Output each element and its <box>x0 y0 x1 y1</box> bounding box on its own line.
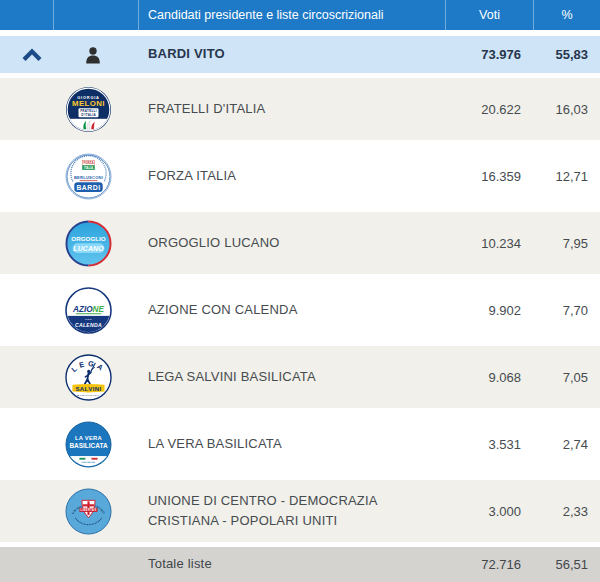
totals-votes: 72.716 <box>445 557 533 572</box>
chevron-up-icon[interactable] <box>21 48 43 62</box>
candidate-percent: 55,83 <box>533 47 600 62</box>
list-name: FORZA ITALIA <box>138 166 445 186</box>
list-votes: 10.234 <box>445 236 533 251</box>
candidate-votes: 73.976 <box>445 47 533 62</box>
list-percent: 2,74 <box>533 437 600 452</box>
ol-logo-text2: LUCANO <box>73 245 104 252</box>
list-row: UNIONE DI CENTRO LIBERTAS UNIONE DI CENT… <box>0 480 600 542</box>
list-percent: 2,33 <box>533 504 600 519</box>
lega-logo-salvini-text: SALVINI <box>75 385 101 391</box>
list-percent: 12,71 <box>533 169 600 184</box>
list-votes: 9.068 <box>445 370 533 385</box>
header-votes-label: Voti <box>445 0 533 30</box>
fi-logo-berlusconi-text: BERLUSCONI <box>74 175 103 180</box>
list-row: FORZA ITALIA BERLUSCONI BARDI FORZA ITAL… <box>0 145 600 207</box>
fratelli-ditalia-logo: GIORGIA MELONI FRATELLI D'ITALIA <box>65 86 112 133</box>
list-votes: 16.359 <box>445 169 533 184</box>
fi-logo-bardi-text: BARDI <box>76 183 100 190</box>
list-percent: 7,05 <box>533 370 600 385</box>
totals-label: Totale liste <box>138 554 445 574</box>
udc-logo-libertas-text: LIBERTAS <box>80 507 96 511</box>
list-percent: 16,03 <box>533 102 600 117</box>
header-percent-label: % <box>533 0 600 30</box>
list-row: AZIONE CON CALENDA AZIONE CON CALENDA 9.… <box>0 279 600 341</box>
la-vera-basilicata-logo: LA VERA BASILICATA <box>65 421 112 468</box>
unione-di-centro-logo: UNIONE DI CENTRO LIBERTAS <box>65 488 112 535</box>
ol-logo-text1: ORGOGLIO <box>71 235 106 242</box>
tricolor-bar-icon <box>79 457 97 459</box>
list-name: FRATELLI D'ITALIA <box>138 99 445 119</box>
lvb-logo-text2: BASILICATA <box>69 442 107 449</box>
totals-row: Totale liste 72.716 56,51 <box>0 547 600 582</box>
list-row: GIORGIA MELONI FRATELLI D'ITALIA FRATELL… <box>0 78 600 140</box>
list-row: LEGA SALVINI BASILICATA LEGA SALVINI BAS… <box>0 346 600 408</box>
fi-logo-flag-text2: ITALIA <box>84 165 94 169</box>
list-percent: 7,70 <box>533 303 600 318</box>
header-logo-column <box>53 0 138 30</box>
azione-logo-word1: AZIO <box>72 304 93 313</box>
fi-logo-flag-text1: FORZA <box>83 161 94 165</box>
list-percent: 7,95 <box>533 236 600 251</box>
totals-percent: 56,51 <box>533 557 600 572</box>
list-votes: 3.000 <box>445 504 533 519</box>
person-icon <box>83 45 103 65</box>
list-name: AZIONE CON CALENDA <box>138 300 445 320</box>
list-name: ORGOGLIO LUCANO <box>138 233 445 253</box>
svg-text:AZIONE: AZIONE <box>72 304 105 313</box>
table-header: Candidati presidente e liste circoscrizi… <box>0 0 600 30</box>
lvb-logo-text1: LA VERA <box>75 434 102 440</box>
fdi-logo-box-text2: D'ITALIA <box>81 113 96 117</box>
list-name: UNIONE DI CENTRO - DEMOCRAZIA CRISTIANA … <box>138 491 445 531</box>
list-name: LEGA SALVINI BASILICATA <box>138 367 445 387</box>
list-votes: 20.622 <box>445 102 533 117</box>
lega-logo-basilicata-text: BASILICATA <box>77 394 100 396</box>
header-candidates-label: Candidati presidente e liste circoscrizi… <box>138 0 445 30</box>
list-votes: 3.531 <box>445 437 533 452</box>
list-row: LA VERA BASILICATA LA VERA BASILICATA 3.… <box>0 413 600 475</box>
forza-italia-logo: FORZA ITALIA BERLUSCONI BARDI <box>65 153 112 200</box>
azione-con-calenda-logo: AZIONE CON CALENDA <box>65 287 112 334</box>
list-votes: 9.902 <box>445 303 533 318</box>
azione-logo-calenda-text: CALENDA <box>75 321 102 327</box>
azione-logo-word2: NE <box>93 304 105 313</box>
election-results-table: Candidati presidente e liste circoscrizi… <box>0 0 600 582</box>
orgoglio-lucano-logo: ORGOGLIO LUCANO <box>65 220 112 267</box>
list-row: ORGOGLIO LUCANO ORGOGLIO LUCANO 10.234 7… <box>0 212 600 274</box>
lega-salvini-logo: LEGA SALVINI BASILICATA <box>65 354 112 401</box>
candidate-row[interactable]: BARDI VITO 73.976 55,83 <box>0 36 600 73</box>
header-expand-column <box>0 0 53 30</box>
fdi-logo-main-text: MELONI <box>72 99 105 108</box>
candidate-name: BARDI VITO <box>138 44 445 64</box>
list-name: LA VERA BASILICATA <box>138 434 445 454</box>
